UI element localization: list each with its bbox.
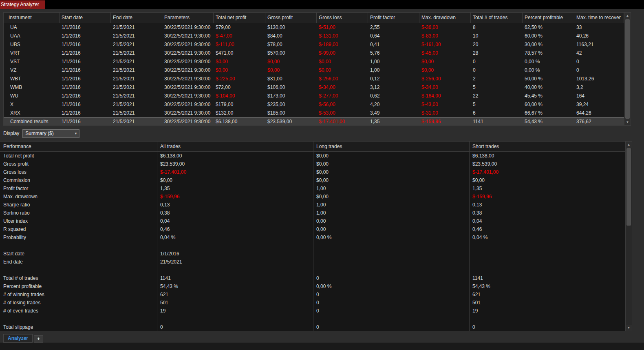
column-header[interactable]: All trades (157, 142, 313, 151)
strategy-analyzer-tab[interactable]: Strategy Analyzer (0, 0, 45, 9)
cell: 3,12 (368, 83, 419, 92)
cell: 644,26 (574, 109, 624, 117)
performance-value (157, 266, 313, 274)
cell: $0,00 (419, 66, 471, 75)
cell: $0,00 (214, 58, 265, 66)
performance-row-label (0, 315, 157, 323)
tab-analyzer[interactable]: Analyzer (3, 334, 33, 343)
performance-row-label: Probability (0, 233, 157, 241)
result-row[interactable]: UAA1/1/201621/5/202130/22/5/2021 9:30:00… (4, 32, 624, 40)
performance-value (157, 241, 313, 250)
cell: 30/22/5/2021 9:30:00 (162, 23, 214, 32)
performance-value: 0 (469, 323, 625, 331)
performance-row-label: Gross profit (0, 160, 157, 168)
result-row[interactable]: VRT1/1/201621/5/202130/22/5/2021 9:30:00… (4, 49, 624, 58)
scrollbar-thumb[interactable] (626, 148, 631, 226)
cell: 50,00 % (523, 75, 574, 83)
performance-row-label: Total net profit (0, 152, 157, 160)
performance-value: 621 (469, 290, 625, 299)
cell: 0,12 (368, 75, 419, 83)
result-row[interactable]: WMB1/1/201621/5/202130/22/5/2021 9:30:00… (4, 83, 624, 92)
scroll-up-button[interactable]: ▲ (624, 13, 631, 19)
column-divider (313, 142, 313, 331)
result-row[interactable]: X1/1/201621/5/202130/22/5/2021 9:30:00$1… (4, 100, 624, 109)
bottom-tab-bar: Analyzer + (3, 334, 644, 343)
column-header[interactable]: Max. drawdown (419, 13, 471, 23)
cell: 1/1/2016 (60, 75, 111, 83)
cell: 2 (471, 75, 523, 83)
cell: 1/1/2016 (60, 58, 111, 66)
performance-value: 501 (469, 299, 625, 307)
column-header[interactable]: Max. time to recover (574, 13, 624, 23)
cell: $72,00 (214, 83, 265, 92)
performance-row: Percent profitable54,43 %0,00 %54,43 % (0, 282, 625, 290)
column-header[interactable]: Performance (0, 142, 157, 151)
cell: $-159,96 (419, 118, 471, 125)
performance-row: Commission$0,00$0,00$0,00 (0, 176, 625, 184)
cell: VRT (4, 49, 60, 58)
cell: 0 (574, 66, 624, 75)
cell: $-36,00 (419, 23, 471, 32)
column-header[interactable]: Long trades (313, 142, 469, 151)
performance-value (469, 250, 625, 258)
cell: $31,00 (265, 75, 317, 83)
performance-value: 0,00 (313, 217, 469, 225)
result-row[interactable]: XRX1/1/201621/5/202130/22/5/2021 9:30:00… (4, 109, 624, 117)
column-header[interactable]: Percent profitable (523, 13, 574, 23)
result-row[interactable]: UBS1/1/201621/5/202130/22/5/2021 9:30:00… (4, 40, 624, 49)
result-row[interactable]: VZ1/1/201621/5/202130/22/5/2021 9:30:00$… (4, 66, 624, 75)
cell: 0,00 % (523, 58, 574, 66)
add-tab-button[interactable]: + (34, 335, 43, 343)
column-header[interactable]: Parameters (162, 13, 214, 23)
column-header[interactable]: Start date (60, 13, 111, 23)
result-row[interactable]: VST1/1/201621/5/202130/22/5/2021 9:30:00… (4, 58, 624, 66)
scroll-down-button[interactable]: ▼ (626, 325, 632, 331)
cell: 21/5/2021 (111, 83, 162, 92)
column-header[interactable]: Gross profit (265, 13, 317, 23)
combined-results-row[interactable]: Combined results1/1/201621/5/202130/22/5… (4, 117, 624, 125)
cell: 164 (574, 92, 624, 100)
cell: 1/1/2016 (60, 83, 111, 92)
performance-value: 0,04 (157, 217, 313, 225)
performance-value: $0,00 (313, 193, 469, 201)
cell: $-83,00 (419, 32, 471, 40)
column-header[interactable]: Instrument (4, 13, 60, 23)
display-dropdown[interactable]: Summary ($) ▾ (22, 129, 79, 138)
column-header[interactable]: Total # of trades (471, 13, 523, 23)
scrollbar-thumb[interactable] (625, 19, 630, 119)
cell: 1/1/2016 (60, 23, 111, 32)
column-header[interactable]: Short trades (469, 142, 625, 151)
performance-row-label: # of winning trades (0, 290, 157, 299)
cell: $-225,00 (214, 75, 265, 83)
result-row[interactable]: WBT1/1/201621/5/202130/22/5/2021 9:30:00… (4, 75, 624, 83)
performance-value (469, 266, 625, 274)
cell: 30/22/5/2021 9:30:00 (162, 109, 214, 117)
column-divider (157, 142, 157, 331)
performance-row-label: Sortino ratio (0, 209, 157, 217)
cell: $-53,00 (317, 109, 368, 117)
status-strip (0, 343, 644, 350)
cell: $-111,00 (214, 40, 265, 49)
performance-scrollbar[interactable]: ▲ ▼ (625, 142, 632, 331)
cell: 30/22/5/2021 9:30:00 (162, 58, 214, 66)
performance-value: $6.138,00 (469, 152, 625, 160)
column-header[interactable]: Profit factor (368, 13, 419, 23)
performance-value: 0,00 % (313, 233, 469, 241)
scroll-up-button[interactable]: ▲ (626, 142, 632, 148)
column-header[interactable]: End date (111, 13, 162, 23)
performance-value: 0,00 % (313, 282, 469, 290)
result-row[interactable]: WU1/1/201621/5/202130/22/5/2021 9:30:00$… (4, 92, 624, 100)
performance-row-label: End date (0, 258, 157, 266)
performance-value: $0,00 (313, 160, 469, 168)
cell: 21/5/2021 (111, 49, 162, 58)
scroll-down-button[interactable]: ▼ (624, 119, 631, 125)
cell: 1/1/2016 (60, 118, 111, 125)
column-header[interactable]: Total net profit (214, 13, 265, 23)
cell: 21/5/2021 (111, 109, 162, 117)
column-header[interactable]: Gross loss (317, 13, 368, 23)
result-row[interactable]: UA1/1/201621/5/202130/22/5/2021 9:30:00$… (4, 23, 624, 32)
results-scrollbar[interactable]: ▲ ▼ (624, 13, 631, 125)
cell: 3,49 (368, 109, 419, 117)
cell: $-161,00 (419, 40, 471, 49)
performance-value: 1141 (469, 274, 625, 282)
